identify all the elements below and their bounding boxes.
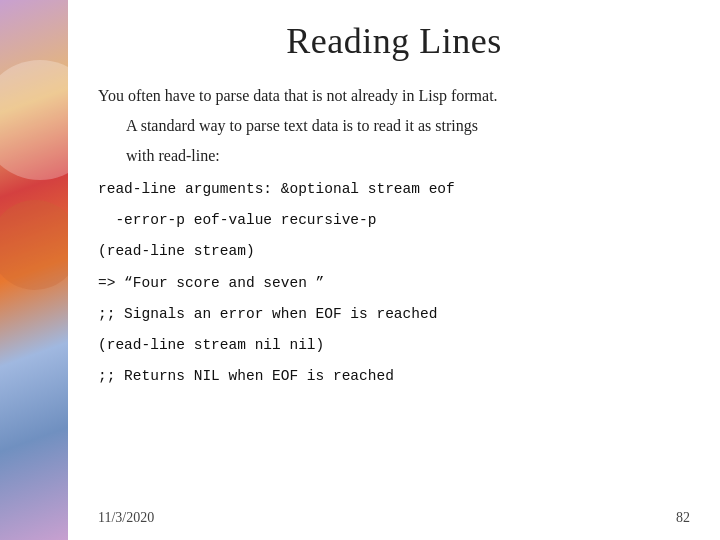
- code-line-6: (read-line stream nil nil): [98, 334, 690, 357]
- code-line-4: => “Four score and seven ”: [98, 272, 690, 295]
- main-content: Reading Lines You often have to parse da…: [68, 0, 720, 540]
- footer: 11/3/2020 82: [68, 510, 720, 526]
- code-line-2: -error-p eof-value recursive-p: [98, 209, 690, 232]
- code-line-1: read-line arguments: &optional stream eo…: [98, 178, 690, 201]
- intro-line-2: A standard way to parse text data is to …: [126, 114, 690, 138]
- intro-line-1: You often have to parse data that is not…: [98, 84, 690, 108]
- slide-title: Reading Lines: [98, 20, 690, 62]
- decorative-sidebar: [0, 0, 68, 540]
- code-line-3: (read-line stream): [98, 240, 690, 263]
- footer-date: 11/3/2020: [98, 510, 154, 526]
- footer-page: 82: [676, 510, 690, 526]
- intro-line-3: with read-line:: [126, 144, 690, 168]
- code-line-5: ;; Signals an error when EOF is reached: [98, 303, 690, 326]
- code-line-7: ;; Returns NIL when EOF is reached: [98, 365, 690, 388]
